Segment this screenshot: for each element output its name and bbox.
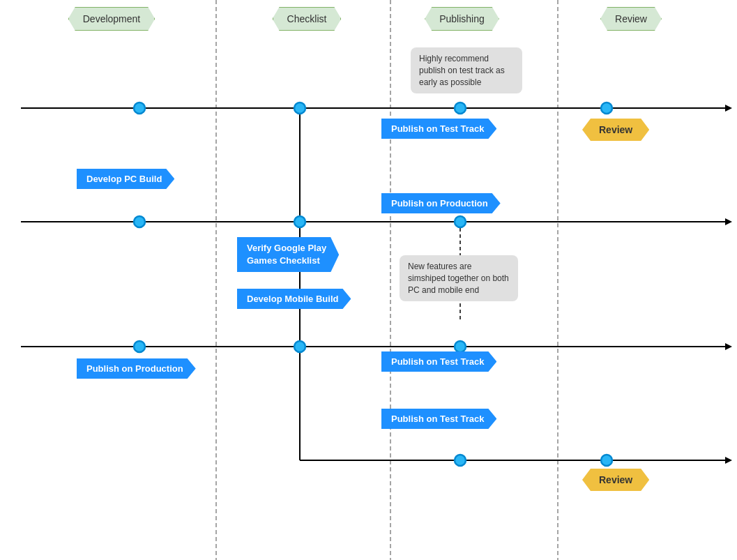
- task-develop-pc-build: Develop PC Build: [77, 169, 174, 189]
- svg-point-23: [294, 341, 305, 352]
- svg-point-22: [134, 341, 145, 352]
- task-publish-production-bottom: Publish on Test Track: [381, 351, 496, 372]
- svg-point-26: [601, 455, 612, 466]
- svg-point-15: [134, 103, 145, 114]
- svg-marker-14: [725, 343, 732, 350]
- svg-marker-4: [725, 105, 732, 112]
- note-simship: New features are simshiped together on b…: [400, 255, 518, 301]
- review-label-top: Review: [582, 119, 649, 141]
- publishing-label: Publishing: [425, 7, 499, 31]
- task-publish-test-track-top: Publish on Test Track: [381, 119, 496, 139]
- checklist-label: Checklist: [273, 7, 342, 31]
- header-checklist: Checklist: [251, 7, 363, 31]
- diagram: Development Checklist Publishing Review …: [0, 0, 737, 560]
- task-develop-mobile-build: Publish on Production: [77, 358, 196, 379]
- svg-point-20: [294, 216, 305, 227]
- svg-point-18: [601, 103, 612, 114]
- development-label: Development: [68, 7, 155, 31]
- svg-point-16: [294, 103, 305, 114]
- svg-point-19: [134, 216, 145, 227]
- header-publishing: Publishing: [404, 7, 519, 31]
- svg-point-21: [455, 216, 466, 227]
- svg-marker-9: [725, 457, 732, 464]
- svg-point-17: [455, 103, 466, 114]
- task-publish-production-top: Publish on Production: [381, 193, 501, 213]
- note-publish-early: Highly recommend publish on test track a…: [411, 47, 522, 93]
- task-verify-mobile-checklist: Develop Mobile Build: [237, 289, 351, 309]
- svg-marker-11: [725, 218, 732, 225]
- review-label-bottom: Review: [582, 469, 649, 491]
- svg-point-24: [455, 341, 466, 352]
- header-review: Review: [582, 7, 680, 31]
- task-publish-test-track-bottom: Publish on Test Track: [381, 409, 496, 429]
- task-verify-google-play: Verify Google PlayGames Checklist: [237, 237, 339, 272]
- header-development: Development: [42, 7, 181, 31]
- svg-point-25: [455, 455, 466, 466]
- review-header-label: Review: [600, 7, 662, 31]
